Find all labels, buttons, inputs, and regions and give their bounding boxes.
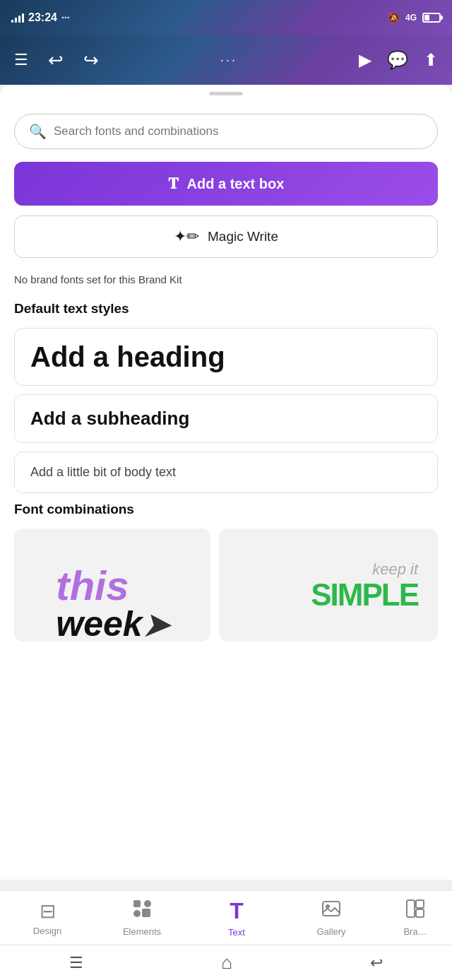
redo-icon[interactable]: ↪ <box>83 49 99 71</box>
this-text: this <box>56 565 168 606</box>
nav-item-gallery[interactable]: Gallery <box>307 899 356 937</box>
heading-style-card[interactable]: Add a heading <box>14 328 438 386</box>
design-icon: ⊟ <box>40 899 56 923</box>
nav-item-text[interactable]: T Text <box>212 898 261 938</box>
textbox-t-icon: 𝐓 <box>168 175 179 193</box>
gallery-label: Gallery <box>316 926 345 937</box>
drag-handle <box>0 85 452 102</box>
elements-label: Elements <box>123 926 161 937</box>
search-bar[interactable]: 🔍 <box>14 114 438 149</box>
undo-icon[interactable]: ↩ <box>48 49 64 71</box>
drag-line <box>209 92 243 95</box>
default-styles-heading: Default text styles <box>14 301 438 317</box>
toolbar: ☰ ↩ ↪ ··· ▶ 💬 ⬆ <box>0 35 452 85</box>
nav-item-elements[interactable]: Elements <box>117 899 167 937</box>
font-combinations-heading: Font combinations <box>14 502 438 517</box>
subheading-style-card[interactable]: Add a subheading <box>14 394 438 443</box>
share-icon[interactable]: ⬆ <box>424 50 438 70</box>
no-brand-notice: No brand fonts set for this Brand Kit <box>14 273 438 285</box>
week-text: week➤ <box>56 606 168 642</box>
more-options-icon[interactable]: ··· <box>220 53 237 68</box>
bottom-nav: ⊟ Design Elements T Text Gallery <box>0 890 452 945</box>
design-label: Design <box>33 926 61 936</box>
simple-text: SIMPLE <box>311 579 418 610</box>
toolbar-right: ▶ 💬 ⬆ <box>359 50 438 70</box>
nav-item-design[interactable]: ⊟ Design <box>23 899 72 936</box>
svg-point-5 <box>326 904 330 909</box>
font-combo-card-2[interactable]: keep it SIMPLE <box>219 529 438 642</box>
network-icon: 4G <box>405 13 417 23</box>
search-icon: 🔍 <box>29 123 47 140</box>
svg-point-2 <box>133 910 141 917</box>
font-combo-grid: this week➤ keep it SIMPLE <box>14 529 438 642</box>
notification-icon: 🔕 <box>388 12 400 23</box>
toolbar-left: ☰ ↩ ↪ <box>14 49 99 71</box>
heading-text: Add a heading <box>30 341 225 372</box>
body-text: Add a little bit of body text <box>30 465 176 479</box>
svg-rect-3 <box>142 909 150 917</box>
nav-item-brand[interactable]: Bra… <box>401 899 429 937</box>
brand-label: Bra… <box>403 926 427 937</box>
search-input[interactable] <box>54 124 423 138</box>
main-content: 🔍 𝐓 Add a text box ✦✏ Magic Write No bra… <box>0 102 452 880</box>
magic-write-icon: ✦✏ <box>174 228 199 246</box>
subheading-text: Add a subheading <box>30 408 189 429</box>
svg-rect-6 <box>407 900 415 917</box>
brand-icon <box>405 899 425 923</box>
home-icon[interactable]: ⌂ <box>221 952 232 974</box>
battery-icon <box>422 13 441 23</box>
status-bar: 23:24 ··· 🔕 4G <box>0 0 452 35</box>
status-left: 23:24 ··· <box>11 11 70 24</box>
time-display: 23:24 <box>28 11 57 24</box>
magic-write-button[interactable]: ✦✏ Magic Write <box>14 216 438 258</box>
status-right: 🔕 4G <box>388 12 441 23</box>
magic-write-label: Magic Write <box>208 229 278 244</box>
status-dots: ··· <box>61 12 70 23</box>
font-combo-card-1[interactable]: this week➤ <box>14 529 210 642</box>
add-textbox-label: Add a text box <box>187 176 285 192</box>
body-style-card[interactable]: Add a little bit of body text <box>14 451 438 493</box>
svg-point-1 <box>144 900 151 907</box>
comment-icon[interactable]: 💬 <box>387 50 408 70</box>
present-icon[interactable]: ▶ <box>359 50 371 70</box>
svg-rect-8 <box>416 909 424 917</box>
svg-rect-4 <box>323 902 340 916</box>
signal-icon <box>11 13 24 23</box>
keep-it-text: keep it <box>311 560 418 580</box>
text-label: Text <box>228 927 245 938</box>
gallery-icon <box>321 899 341 923</box>
back-icon[interactable]: ↩ <box>370 954 383 972</box>
hamburger-icon[interactable]: ☰ <box>69 954 83 972</box>
svg-rect-7 <box>416 900 424 908</box>
elements-icon <box>132 899 152 923</box>
svg-rect-0 <box>133 900 141 907</box>
add-textbox-button[interactable]: 𝐓 Add a text box <box>14 162 438 206</box>
home-bar: ☰ ⌂ ↩ <box>0 945 452 980</box>
text-icon: T <box>230 898 244 924</box>
menu-icon[interactable]: ☰ <box>14 51 28 69</box>
